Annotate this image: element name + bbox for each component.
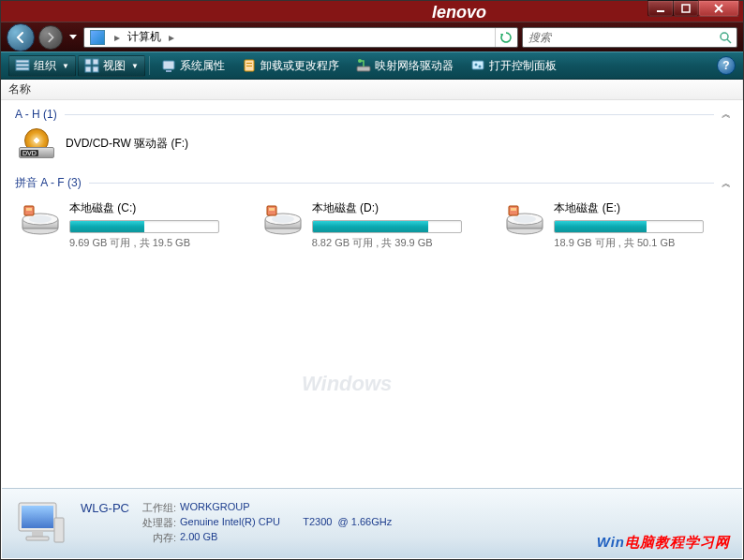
computer-icon (13, 499, 67, 548)
dvd-drive-icon: DVD (17, 128, 56, 158)
content-area: A - H (1) ︽ DVD DVD/CD-RW 驱动器 (F:) 拼音 A … (2, 100, 742, 488)
svg-rect-4 (16, 60, 29, 63)
navigation-bar: ▸ 计算机 ▸ (1, 22, 743, 52)
usage-bar (312, 220, 462, 233)
svg-point-36 (513, 215, 536, 223)
divider (149, 56, 150, 75)
command-bar: 组织 ▼ 视图 ▼ 系统属性 卸载或更改程序 映射网络驱动器 打开控制面板 ? (1, 52, 743, 80)
search-input[interactable] (523, 31, 714, 44)
hard-drive-icon (263, 202, 303, 236)
details-pane: WLG-PC 工作组: WORKGROUP 处理器: Genuine Intel… (2, 488, 742, 558)
drive-stats: 18.9 GB 可用 , 共 50.1 GB (554, 236, 723, 250)
hard-drive-icon (505, 202, 544, 236)
svg-point-2 (721, 33, 728, 40)
svg-rect-32 (269, 208, 275, 211)
breadcrumb-computer[interactable]: 计算机 (126, 29, 163, 45)
drive-item[interactable]: 本地磁盘 (C:) 9.69 GB 可用 , 共 19.5 GB (17, 197, 243, 254)
drive-name: DVD/CD-RW 驱动器 (F:) (66, 136, 188, 152)
svg-rect-15 (246, 66, 252, 66)
group-harddrives: 拼音 A - F (3) ︽ 本地磁盘 (C:) 9.69 GB 可用 , 共 … (2, 171, 742, 258)
svg-point-19 (474, 64, 477, 66)
system-properties-button[interactable]: 系统属性 (154, 55, 232, 77)
maximize-button[interactable] (673, 0, 699, 17)
pc-name: WLG-PC (81, 501, 133, 515)
drive-name: 本地磁盘 (D:) (312, 200, 482, 216)
views-label: 视图 (103, 58, 126, 74)
svg-rect-5 (16, 64, 29, 66)
details-info: WLG-PC 工作组: WORKGROUP 处理器: Genuine Intel… (81, 501, 392, 546)
collapse-icon[interactable]: ︽ (722, 177, 731, 190)
memory-key: 内存: (133, 531, 180, 545)
organize-label: 组织 (34, 58, 56, 74)
uninstall-label: 卸载或更改程序 (260, 58, 339, 74)
svg-rect-8 (93, 59, 98, 65)
svg-rect-11 (163, 61, 174, 69)
uninstall-button[interactable]: 卸载或更改程序 (234, 55, 347, 77)
drive-item[interactable]: 本地磁盘 (D:) 8.82 GB 可用 , 共 39.9 GB (260, 197, 485, 254)
svg-rect-12 (166, 70, 171, 72)
svg-rect-1 (682, 5, 690, 12)
drive-item-optical[interactable]: DVD DVD/CD-RW 驱动器 (F:) (2, 123, 742, 164)
chevron-down-icon: ▼ (131, 62, 139, 70)
divider (89, 183, 714, 184)
organize-button[interactable]: 组织 ▼ (8, 55, 76, 77)
svg-line-3 (727, 39, 731, 43)
memory-value: 2.00 GB (180, 531, 217, 545)
usage-bar (554, 220, 704, 233)
forward-button[interactable] (38, 25, 63, 50)
svg-rect-40 (22, 506, 53, 528)
collapse-icon[interactable]: ︽ (722, 108, 731, 121)
chevron-down-icon: ▼ (62, 62, 69, 70)
control-panel-button[interactable]: 打开控制面板 (463, 55, 564, 77)
drive-stats: 8.82 GB 可用 , 共 39.9 GB (312, 236, 482, 250)
cpu-value: Genuine Intel(R) CPU T2300 @ 1.66GHz (180, 516, 392, 530)
titlebar (1, 1, 743, 22)
group-header[interactable]: 拼音 A - F (3) ︽ (2, 171, 742, 193)
group-label: A - H (1) (15, 108, 57, 121)
column-header: 名称 (1, 80, 743, 100)
watermark-center: Windows (302, 372, 392, 396)
group-header[interactable]: A - H (1) ︽ (2, 104, 742, 123)
svg-rect-7 (85, 59, 91, 65)
back-button[interactable] (7, 23, 35, 52)
drive-item[interactable]: 本地磁盘 (E:) 18.9 GB 可用 , 共 50.1 GB (501, 197, 727, 254)
window-controls (648, 0, 739, 17)
drive-name: 本地磁盘 (E:) (554, 200, 723, 216)
drive-name: 本地磁盘 (C:) (69, 200, 239, 216)
svg-rect-9 (85, 66, 91, 72)
svg-rect-10 (93, 66, 98, 72)
svg-rect-38 (511, 208, 516, 211)
history-dropdown[interactable] (67, 28, 80, 47)
workgroup-value: WORKGROUP (180, 501, 250, 515)
workgroup-key: 工作组: (133, 501, 180, 515)
divider (65, 114, 714, 115)
properties-label: 系统属性 (180, 58, 225, 74)
address-bar[interactable]: ▸ 计算机 ▸ (83, 27, 518, 48)
hard-drive-icon (21, 202, 60, 236)
group-label: 拼音 A - F (3) (15, 175, 82, 191)
map-drive-button[interactable]: 映射网络驱动器 (349, 55, 461, 77)
views-button[interactable]: 视图 ▼ (78, 55, 145, 77)
group-optical: A - H (1) ︽ DVD DVD/CD-RW 驱动器 (F:) (2, 104, 742, 164)
drives-row: 本地磁盘 (C:) 9.69 GB 可用 , 共 19.5 GB 本地磁盘 (D… (2, 193, 742, 258)
column-name[interactable]: 名称 (1, 80, 743, 99)
refresh-button[interactable] (495, 28, 515, 47)
svg-point-17 (358, 59, 362, 63)
svg-point-30 (272, 215, 294, 223)
minimize-button[interactable] (647, 0, 674, 17)
svg-rect-14 (246, 63, 252, 64)
drive-stats: 9.69 GB 可用 , 共 19.5 GB (69, 236, 239, 250)
svg-point-20 (478, 66, 481, 68)
svg-rect-26 (26, 208, 32, 211)
mapdrive-label: 映射网络驱动器 (375, 58, 454, 74)
controlpanel-label: 打开控制面板 (489, 58, 557, 74)
svg-point-24 (29, 215, 52, 223)
svg-rect-16 (357, 66, 370, 71)
breadcrumb-sep: ▸ (163, 31, 180, 44)
close-button[interactable] (698, 0, 739, 17)
search-box[interactable] (522, 27, 737, 48)
svg-rect-18 (472, 61, 484, 69)
search-button[interactable] (714, 28, 737, 47)
help-button[interactable]: ? (717, 56, 736, 75)
cpu-key: 处理器: (133, 516, 180, 530)
